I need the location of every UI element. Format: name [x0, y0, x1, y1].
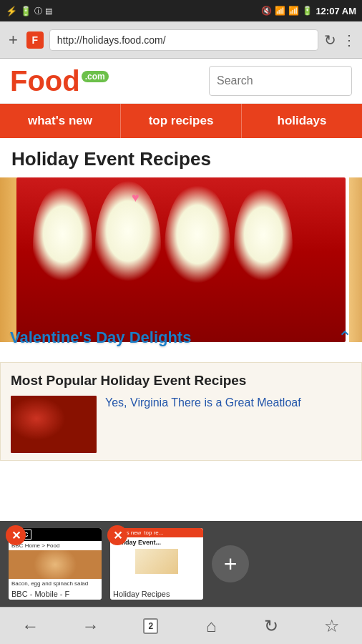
- food-tab-nav-item-2: top re...: [144, 530, 163, 536]
- tab-food-label: Holiday Recipes: [110, 588, 203, 600]
- hero-image: ♥: [16, 177, 346, 342]
- logo-text: Food: [10, 67, 80, 95]
- page-title: Holiday Event Recipes: [11, 148, 351, 170]
- popular-section: Most Popular Holiday Event Recipes Yes, …: [0, 362, 362, 461]
- search-input[interactable]: [210, 69, 352, 93]
- tabs-bar: ✕ BBC BBC Home > Food Bacon, egg and spi…: [0, 521, 362, 607]
- signal-icon: 📶: [288, 6, 299, 16]
- status-icons-left: ⚡ 🔋 ⓘ ▤: [6, 6, 52, 16]
- search-box: 🔍: [209, 66, 352, 96]
- forward-button[interactable]: →: [73, 609, 107, 643]
- tab-food-close[interactable]: ✕: [107, 525, 127, 545]
- status-time: 🔇 📶 📶 🔋 12:07 AM: [261, 6, 356, 16]
- refresh-icon[interactable]: ↻: [324, 31, 336, 49]
- popular-item: Yes, Virginia There is a Great Meatloaf: [11, 396, 351, 460]
- home-button[interactable]: ⌂: [194, 609, 228, 643]
- wifi-icon: 📶: [275, 6, 285, 16]
- clock: 12:07 AM: [315, 6, 356, 16]
- tab-bbc-label: BBC - Mobile - F: [9, 588, 102, 600]
- browser-bar: + F http://holidays.food.com/ ↻ ⋮: [0, 21, 362, 59]
- mute-icon: 🔇: [261, 6, 272, 16]
- add-tab-button[interactable]: +: [212, 545, 249, 582]
- tab-holidays[interactable]: holidays: [242, 104, 362, 138]
- tab-bbc[interactable]: ✕ BBC BBC Home > Food Bacon, egg and spi…: [9, 528, 102, 600]
- tab-count-badge: 2: [143, 618, 158, 634]
- tab-bbc-close[interactable]: ✕: [6, 525, 26, 545]
- site-header: Food .com 🔍: [0, 59, 362, 104]
- favicon: F: [26, 31, 44, 49]
- info-icon: ⓘ: [34, 6, 42, 16]
- hero-label: Valentine's Day Delights ⌃: [0, 319, 362, 356]
- sim-icon: ▤: [45, 6, 52, 16]
- status-bar: ⚡ 🔋 ⓘ ▤ 🔇 📶 📶 🔋 12:07 AM: [0, 0, 362, 21]
- tab-food[interactable]: ✕ what's new top re... Holiday Event... …: [110, 528, 203, 600]
- tab-top-recipes[interactable]: top recipes: [121, 104, 242, 138]
- refresh-button[interactable]: ↻: [254, 609, 288, 643]
- page-content: Food .com 🔍 what's new top recipes holid…: [0, 59, 362, 461]
- bookmark-button[interactable]: ☆: [315, 609, 349, 643]
- bbc-food-label: Bacon, egg and spinach salad: [9, 579, 102, 588]
- battery-full-icon: 🔋: [302, 6, 313, 16]
- nav-tabs: what's new top recipes holidays: [0, 104, 362, 138]
- logo-badge: .com: [82, 71, 109, 82]
- hero-label-text: Valentine's Day Delights: [10, 328, 191, 347]
- popular-item-thumb: [11, 396, 97, 453]
- carousel-right-peek: [349, 177, 362, 342]
- chevron-up-icon[interactable]: ⌃: [338, 328, 352, 348]
- add-tab-icon[interactable]: +: [6, 28, 21, 52]
- page-title-section: Holiday Event Recipes: [0, 138, 362, 177]
- tabs-button[interactable]: 2: [134, 609, 168, 643]
- popular-section-title: Most Popular Holiday Event Recipes: [11, 373, 351, 389]
- popular-item-image: [11, 396, 97, 453]
- popular-item-text: Yes, Virginia There is a Great Meatloaf: [105, 396, 351, 411]
- food-tab-image: [135, 549, 178, 574]
- url-bar[interactable]: http://holidays.food.com/: [49, 29, 318, 51]
- food-logo: Food .com: [10, 67, 109, 95]
- usb-icon: ⚡: [6, 6, 17, 16]
- browser-menu-icon[interactable]: ⋮: [342, 31, 356, 49]
- bottom-nav: ← → 2 ⌂ ↻ ☆: [0, 607, 362, 644]
- bbc-food-image: [9, 550, 102, 579]
- popular-item-link[interactable]: Yes, Virginia There is a Great Meatloaf: [105, 396, 301, 409]
- back-button[interactable]: ←: [13, 609, 47, 643]
- battery-icon: 🔋: [20, 6, 31, 16]
- tab-whats-new[interactable]: what's new: [0, 104, 121, 138]
- hero-section[interactable]: ♥ Valentine's Day Delights ⌃: [0, 177, 362, 356]
